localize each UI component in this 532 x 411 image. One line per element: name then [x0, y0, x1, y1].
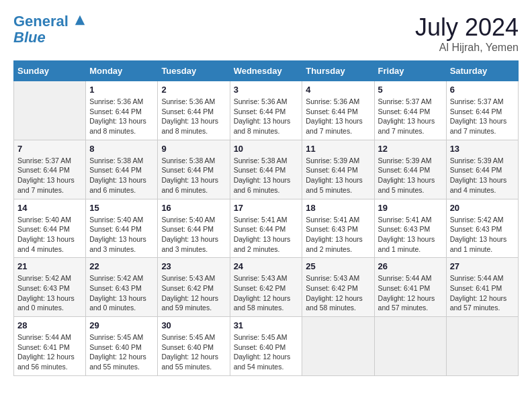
calendar-cell: 9Sunrise: 5:38 AMSunset: 6:44 PMDaylight… [158, 140, 230, 199]
day-info: Sunrise: 5:36 AMSunset: 6:44 PMDaylight:… [89, 97, 154, 136]
day-info: Sunrise: 5:36 AMSunset: 6:44 PMDaylight:… [234, 97, 299, 136]
day-number: 25 [306, 261, 370, 271]
day-info: Sunrise: 5:39 AMSunset: 6:44 PMDaylight:… [450, 156, 515, 195]
calendar-cell: 4Sunrise: 5:36 AMSunset: 6:44 PMDaylight… [302, 81, 374, 140]
logo-icon [74, 14, 86, 26]
day-info: Sunrise: 5:38 AMSunset: 6:44 PMDaylight:… [89, 156, 154, 195]
calendar-cell: 10Sunrise: 5:38 AMSunset: 6:44 PMDayligh… [230, 140, 302, 199]
day-info: Sunrise: 5:37 AMSunset: 6:44 PMDaylight:… [378, 97, 443, 136]
day-info: Sunrise: 5:40 AMSunset: 6:44 PMDaylight:… [17, 215, 82, 255]
day-number: 12 [378, 144, 443, 154]
day-number: 13 [450, 144, 515, 154]
day-number: 20 [450, 203, 515, 213]
day-info: Sunrise: 5:41 AMSunset: 6:44 PMDaylight:… [234, 215, 299, 255]
day-number: 9 [161, 144, 226, 154]
calendar-cell: 8Sunrise: 5:38 AMSunset: 6:44 PMDaylight… [86, 140, 158, 199]
day-number: 1 [89, 85, 154, 95]
day-number: 11 [306, 144, 370, 154]
title-block: July 2024 Al Hijrah, Yemen [415, 13, 519, 54]
day-number: 16 [161, 203, 226, 213]
day-info: Sunrise: 5:36 AMSunset: 6:44 PMDaylight:… [306, 97, 370, 136]
logo-general: General [13, 13, 69, 30]
calendar-cell: 12Sunrise: 5:39 AMSunset: 6:44 PMDayligh… [374, 140, 446, 199]
calendar-cell: 14Sunrise: 5:40 AMSunset: 6:44 PMDayligh… [14, 199, 86, 258]
day-header-monday: Monday [86, 61, 158, 81]
day-info: Sunrise: 5:40 AMSunset: 6:44 PMDaylight:… [89, 215, 154, 255]
day-info: Sunrise: 5:41 AMSunset: 6:43 PMDaylight:… [378, 215, 443, 255]
calendar-cell: 11Sunrise: 5:39 AMSunset: 6:44 PMDayligh… [302, 140, 374, 199]
calendar-cell [374, 317, 446, 376]
day-number: 28 [17, 320, 82, 330]
calendar-cell: 16Sunrise: 5:40 AMSunset: 6:44 PMDayligh… [158, 199, 230, 258]
day-info: Sunrise: 5:40 AMSunset: 6:44 PMDaylight:… [161, 215, 226, 255]
day-header-wednesday: Wednesday [230, 61, 302, 81]
day-header-thursday: Thursday [302, 61, 374, 81]
day-number: 22 [89, 261, 154, 271]
calendar-week-3: 14Sunrise: 5:40 AMSunset: 6:44 PMDayligh… [14, 199, 519, 258]
day-info: Sunrise: 5:45 AMSunset: 6:40 PMDaylight:… [161, 332, 226, 372]
day-info: Sunrise: 5:42 AMSunset: 6:43 PMDaylight:… [17, 273, 82, 313]
day-number: 6 [450, 85, 515, 95]
day-number: 10 [234, 144, 299, 154]
day-number: 26 [378, 261, 443, 271]
logo-blue: Blue [13, 29, 46, 46]
month-title: July 2024 [415, 13, 519, 42]
day-info: Sunrise: 5:43 AMSunset: 6:42 PMDaylight:… [234, 273, 299, 313]
calendar-cell [14, 81, 86, 140]
calendar-week-4: 21Sunrise: 5:42 AMSunset: 6:43 PMDayligh… [14, 258, 519, 317]
day-number: 14 [17, 203, 82, 213]
calendar-cell: 3Sunrise: 5:36 AMSunset: 6:44 PMDaylight… [230, 81, 302, 140]
calendar-cell: 25Sunrise: 5:43 AMSunset: 6:42 PMDayligh… [302, 258, 374, 317]
day-info: Sunrise: 5:44 AMSunset: 6:41 PMDaylight:… [378, 273, 443, 313]
day-number: 3 [234, 85, 299, 95]
day-header-saturday: Saturday [446, 61, 518, 81]
day-info: Sunrise: 5:42 AMSunset: 6:43 PMDaylight:… [89, 273, 154, 313]
calendar-cell [446, 317, 518, 376]
day-number: 24 [234, 261, 299, 271]
calendar-cell: 26Sunrise: 5:44 AMSunset: 6:41 PMDayligh… [374, 258, 446, 317]
calendar-cell: 6Sunrise: 5:37 AMSunset: 6:44 PMDaylight… [446, 81, 518, 140]
calendar-cell: 20Sunrise: 5:42 AMSunset: 6:43 PMDayligh… [446, 199, 518, 258]
day-info: Sunrise: 5:39 AMSunset: 6:44 PMDaylight:… [306, 156, 370, 195]
calendar-cell [302, 317, 374, 376]
day-number: 23 [161, 261, 226, 271]
day-info: Sunrise: 5:43 AMSunset: 6:42 PMDaylight:… [161, 273, 226, 313]
calendar-cell: 13Sunrise: 5:39 AMSunset: 6:44 PMDayligh… [446, 140, 518, 199]
calendar-week-1: 1Sunrise: 5:36 AMSunset: 6:44 PMDaylight… [14, 81, 519, 140]
day-info: Sunrise: 5:45 AMSunset: 6:40 PMDaylight:… [89, 332, 154, 372]
day-info: Sunrise: 5:38 AMSunset: 6:44 PMDaylight:… [161, 156, 226, 195]
day-header-tuesday: Tuesday [158, 61, 230, 81]
day-number: 27 [450, 261, 515, 271]
calendar-cell: 17Sunrise: 5:41 AMSunset: 6:44 PMDayligh… [230, 199, 302, 258]
calendar-cell: 28Sunrise: 5:44 AMSunset: 6:41 PMDayligh… [14, 317, 86, 376]
day-number: 4 [306, 85, 370, 95]
day-info: Sunrise: 5:45 AMSunset: 6:40 PMDaylight:… [234, 332, 299, 372]
calendar-cell: 29Sunrise: 5:45 AMSunset: 6:40 PMDayligh… [86, 317, 158, 376]
day-number: 2 [161, 85, 226, 95]
day-header-sunday: Sunday [14, 61, 86, 81]
day-number: 30 [161, 320, 226, 330]
day-header-friday: Friday [374, 61, 446, 81]
day-info: Sunrise: 5:38 AMSunset: 6:44 PMDaylight:… [234, 156, 299, 195]
svg-marker-0 [75, 15, 85, 25]
day-number: 31 [234, 320, 299, 330]
day-info: Sunrise: 5:43 AMSunset: 6:42 PMDaylight:… [306, 273, 370, 313]
logo: General Blue [13, 13, 86, 46]
location-subtitle: Al Hijrah, Yemen [415, 42, 519, 54]
day-number: 7 [17, 144, 82, 154]
day-number: 17 [234, 203, 299, 213]
calendar-cell: 2Sunrise: 5:36 AMSunset: 6:44 PMDaylight… [158, 81, 230, 140]
day-info: Sunrise: 5:36 AMSunset: 6:44 PMDaylight:… [161, 97, 226, 136]
calendar-header-row: SundayMondayTuesdayWednesdayThursdayFrid… [14, 61, 519, 81]
calendar-week-5: 28Sunrise: 5:44 AMSunset: 6:41 PMDayligh… [14, 317, 519, 376]
day-info: Sunrise: 5:44 AMSunset: 6:41 PMDaylight:… [450, 273, 515, 313]
day-info: Sunrise: 5:44 AMSunset: 6:41 PMDaylight:… [17, 332, 82, 372]
calendar-body: 1Sunrise: 5:36 AMSunset: 6:44 PMDaylight… [14, 81, 519, 376]
calendar-cell: 23Sunrise: 5:43 AMSunset: 6:42 PMDayligh… [158, 258, 230, 317]
day-number: 21 [17, 261, 82, 271]
calendar-cell: 15Sunrise: 5:40 AMSunset: 6:44 PMDayligh… [86, 199, 158, 258]
calendar-table: SundayMondayTuesdayWednesdayThursdayFrid… [13, 60, 519, 376]
calendar-week-2: 7Sunrise: 5:37 AMSunset: 6:44 PMDaylight… [14, 140, 519, 199]
calendar-cell: 1Sunrise: 5:36 AMSunset: 6:44 PMDaylight… [86, 81, 158, 140]
day-number: 15 [89, 203, 154, 213]
